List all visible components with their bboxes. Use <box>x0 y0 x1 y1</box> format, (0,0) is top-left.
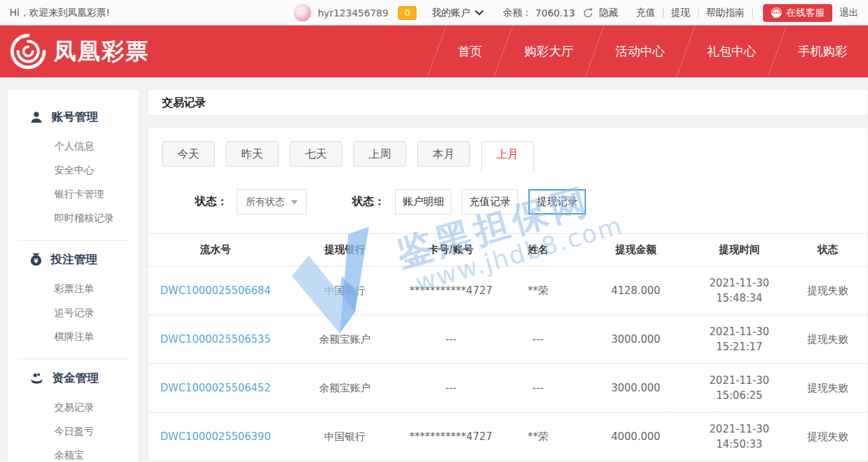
date-text: 2021-11-30 <box>690 324 788 339</box>
amount-cell: 3000.000 <box>581 382 690 394</box>
sidebar: 账号管理 个人信息 安全中心 银行卡管理 即时稽核记录 ¥ 投注管理 彩票注单 … <box>7 89 139 462</box>
filter-row: 状态： 所有状态 状态： 账户明细 充值记录 提现记录 <box>148 171 867 233</box>
online-service-button[interactable]: 在线客服 <box>763 4 832 22</box>
username-text: hyr123456789 <box>318 8 388 19</box>
table-row: DWC1000025506535 余额宝账户 --- --- 3000.000 … <box>148 315 867 364</box>
col-header-name: 姓名 <box>495 243 581 256</box>
sidebar-section-title: 账号管理 <box>51 109 98 125</box>
page-title: 交易记录 <box>148 89 868 116</box>
welcome-text: Hi，欢迎来到凤凰彩票! <box>10 7 110 19</box>
date-text: 2021-11-30 <box>690 276 788 291</box>
status-cell: 提现失败 <box>788 382 867 395</box>
status-select[interactable]: 所有状态 <box>237 189 307 215</box>
time-cell: 2021-11-30 15:21:17 <box>690 324 788 354</box>
card-cell: --- <box>407 333 495 345</box>
recharge-link[interactable]: 充值 <box>636 7 655 19</box>
sidebar-item-transaction-records[interactable]: 交易记录 <box>8 396 139 420</box>
status-cell: 提现失败 <box>788 333 867 346</box>
col-header-bank: 提现银行 <box>283 243 407 256</box>
card-cell: ***********4727 <box>407 284 495 297</box>
records-table: 流水号 提现银行 卡号/账号 姓名 提现金额 提现时间 状态 DWC100002… <box>148 233 867 461</box>
balance-label: 余额： <box>503 7 532 19</box>
table-row: DWC1000025506390 中国银行 ***********4727 **… <box>148 413 867 461</box>
phoenix-logo-icon <box>10 33 47 70</box>
sidebar-item-personal-info[interactable]: 个人信息 <box>8 134 139 158</box>
bank-cell: 余额宝账户 <box>283 333 407 346</box>
nav-item-gift-center[interactable]: 礼包中心 <box>686 25 777 77</box>
name-cell: --- <box>495 382 581 394</box>
headset-icon <box>771 7 782 19</box>
card-cell: ***********4727 <box>407 430 495 443</box>
date-text: 2021-11-30 <box>690 422 788 437</box>
tab-today[interactable]: 今天 <box>162 141 215 167</box>
date-text: 2021-11-30 <box>690 373 788 388</box>
nav-item-mobile[interactable]: 手机购彩 <box>777 25 868 77</box>
chevron-down-icon <box>475 10 484 16</box>
tab-seven-days[interactable]: 七天 <box>290 141 342 167</box>
status-cell: 提现失败 <box>788 284 867 297</box>
nav-item-lottery-hall[interactable]: 购彩大厅 <box>504 25 594 77</box>
withdraw-link[interactable]: 提现 <box>671 7 690 19</box>
tab-last-week[interactable]: 上周 <box>353 141 406 167</box>
brand-logo[interactable]: 凤凰彩票 <box>10 33 150 70</box>
table-row: DWC1000025506684 中国银行 ***********4727 **… <box>148 267 867 315</box>
sidebar-item-board-orders[interactable]: 棋牌注单 <box>8 325 139 349</box>
sidebar-section-betting: ¥ 投注管理 <box>8 252 139 267</box>
hide-balance-link[interactable]: 隐藏 <box>599 7 618 19</box>
tab-yesterday[interactable]: 昨天 <box>226 141 279 167</box>
col-header-status: 状态 <box>788 243 867 256</box>
table-header-row: 流水号 提现银行 卡号/账号 姓名 提现金额 提现时间 状态 <box>148 233 867 267</box>
serial-number[interactable]: DWC1000025506684 <box>148 284 283 297</box>
sidebar-item-audit-record[interactable]: 即时稽核记录 <box>8 206 139 230</box>
message-count-badge[interactable]: 0 <box>398 6 417 20</box>
amount-cell: 4128.000 <box>581 284 690 297</box>
col-header-card: 卡号/账号 <box>407 243 495 256</box>
col-header-time: 提现时间 <box>690 243 788 256</box>
bank-cell: 中国银行 <box>283 430 407 443</box>
sidebar-section-funds: 资金管理 <box>8 370 139 386</box>
serial-number[interactable]: DWC1000025506535 <box>148 333 283 345</box>
recharge-records-button[interactable]: 充值记录 <box>462 189 518 215</box>
sidebar-divider <box>19 358 128 359</box>
nav-item-activity-center[interactable]: 活动中心 <box>595 25 685 77</box>
name-cell: **荣 <box>495 284 581 297</box>
sidebar-divider <box>19 240 128 241</box>
type-filter-label: 状态： <box>352 195 385 209</box>
logout-link[interactable]: 退出 <box>839 7 858 19</box>
tab-last-month[interactable]: 上月 <box>481 141 534 171</box>
sidebar-item-lottery-orders[interactable]: 彩票注单 <box>8 277 139 301</box>
user-icon <box>30 111 43 123</box>
help-guide-link[interactable]: 帮助指南 <box>706 7 744 19</box>
sidebar-item-bank-card[interactable]: 银行卡管理 <box>8 182 139 206</box>
time-cell: 2021-11-30 14:50:33 <box>690 422 788 452</box>
sidebar-section-account: 账号管理 <box>8 109 139 125</box>
sidebar-item-chase-records[interactable]: 追号记录 <box>8 301 139 325</box>
refresh-icon[interactable] <box>583 8 594 19</box>
status-filter-label: 状态： <box>195 195 228 209</box>
time-cell: 2021-11-30 15:06:25 <box>690 373 788 403</box>
balance-value: 7060.13 <box>535 8 575 19</box>
sidebar-section-title: 资金管理 <box>52 370 99 386</box>
sidebar-item-today-pl[interactable]: 今日盈亏 <box>8 420 139 443</box>
records-card: 今天 昨天 七天 上周 本月 上月 状态： 所有状态 状态： 账户明细 充值记录… <box>148 127 868 462</box>
svg-text:¥: ¥ <box>34 258 38 265</box>
nav-item-home[interactable]: 首页 <box>437 25 503 77</box>
bank-cell: 余额宝账户 <box>283 382 407 395</box>
my-account-dropdown[interactable]: 我的账户 <box>432 7 484 19</box>
sidebar-section-title: 投注管理 <box>51 252 97 267</box>
sidebar-item-yuebao[interactable]: 余额宝 <box>8 443 139 462</box>
top-utility-bar: Hi，欢迎来到凤凰彩票! hyr123456789 0 我的账户 余额： 706… <box>0 0 868 25</box>
tab-this-month[interactable]: 本月 <box>417 141 470 167</box>
status-select-value: 所有状态 <box>246 196 285 208</box>
card-cell: --- <box>407 382 495 394</box>
account-detail-button[interactable]: 账户明细 <box>395 189 451 215</box>
sidebar-item-security-center[interactable]: 安全中心 <box>8 158 139 182</box>
user-avatar[interactable] <box>294 4 312 22</box>
withdraw-records-button[interactable]: 提现记录 <box>528 189 586 215</box>
time-cell: 2021-11-30 15:48:34 <box>690 276 788 306</box>
serial-number[interactable]: DWC1000025506390 <box>148 430 283 443</box>
main-nav: 首页 购彩大厅 活动中心 礼包中心 手机购彩 <box>436 25 868 77</box>
serial-number[interactable]: DWC1000025506452 <box>148 382 283 394</box>
my-account-label: 我的账户 <box>432 7 470 19</box>
funds-icon <box>30 372 43 384</box>
